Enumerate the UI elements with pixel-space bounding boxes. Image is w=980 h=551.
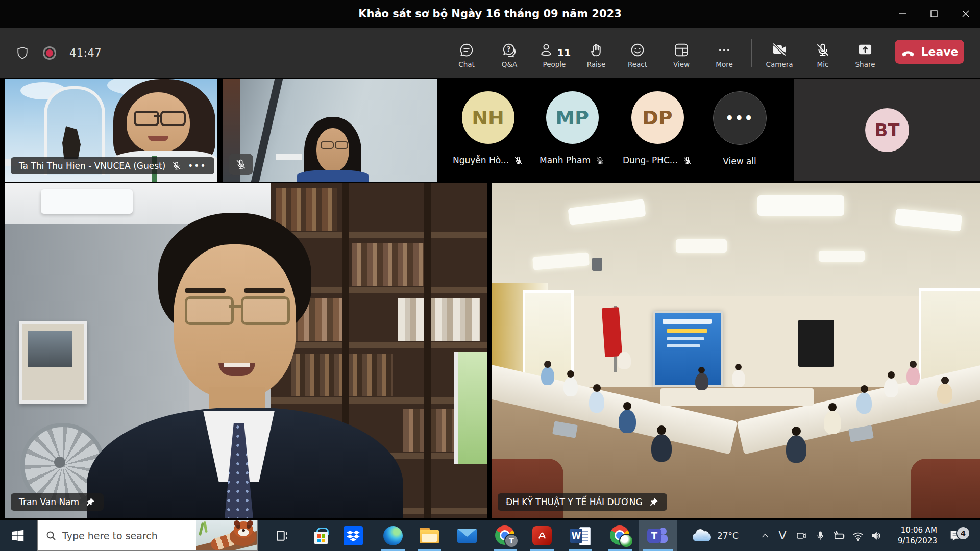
file-explorer-button[interactable] [410,520,448,551]
scene-bamboo-leaf [203,521,208,533]
tile-menu-dots[interactable]: ••• [188,161,206,171]
view-button[interactable]: View [660,32,703,76]
participant-name: Dung- PHC... [623,155,678,165]
dropbox-button[interactable] [334,520,372,551]
person-figure [619,410,636,433]
qa-icon: ? [501,32,518,58]
scene-glasses [185,296,234,325]
view-all-dots-icon: ••• [713,91,767,145]
video-tile-participant-2[interactable] [223,79,437,182]
tray-mic-button[interactable] [812,520,829,551]
acrobat-button[interactable] [523,520,561,551]
scene-red-flag [602,307,623,357]
video-tile-bt[interactable]: BT [794,79,980,181]
taskbar-clock[interactable]: 10:06 AM 9/16/2023 [888,520,937,551]
scene-window-greenery [454,352,487,464]
pinned-name-pill: ĐH KỸ THUẬT Y TẾ HẢI DƯƠNG [498,493,667,511]
search-input[interactable] [57,530,196,542]
windows-logo-icon [10,528,26,543]
raise-hand-icon [588,32,604,58]
scene-glasses-bridge [154,115,161,117]
green-badge [619,534,633,548]
mic-button[interactable]: Mic [801,32,844,76]
view-all-label: View all [723,156,756,166]
start-button[interactable] [0,520,36,551]
video-tile-ta-thi-thu-hien[interactable]: Ta Thi Thu Hien - VNUCEA (Guest) ••• [5,79,217,182]
video-tile-tran-van-nam[interactable]: Tran Van Nam [5,183,487,518]
mic-off-icon [235,158,247,170]
tray-wifi-button[interactable] [848,520,868,551]
word-line [582,537,588,538]
scene-eyebrow [244,288,285,293]
teams-button-active[interactable]: T [639,520,677,551]
scene-screen-text [667,329,707,333]
participant-avatar-dp[interactable]: DP Dung- PHC... [614,91,701,165]
people-button[interactable]: 11 People [531,32,578,76]
task-view-button[interactable] [263,520,301,551]
maximize-icon [928,8,940,19]
word-button[interactable]: W [561,520,599,551]
scene-artwork [28,331,72,367]
store-bag [314,532,328,544]
profile-badge: T [504,534,519,548]
tray-volume-button[interactable] [867,520,886,551]
acrobat-icon [532,526,552,545]
close-button[interactable] [950,0,980,28]
chrome-secondary-button[interactable] [601,520,639,551]
notification-icon: 4 [948,527,965,544]
mail-button[interactable] [448,520,486,551]
person-figure [937,383,952,404]
chrome-icon [610,525,630,546]
edge-button[interactable] [374,520,412,551]
weather-widget[interactable]: 27°C [687,520,743,551]
chat-button[interactable]: Chat [445,32,488,76]
raise-hand-button[interactable]: Raise [575,32,618,76]
word-line [582,534,588,535]
share-button[interactable]: Share [844,32,887,76]
react-smiley-icon [629,32,646,58]
minimize-button[interactable] [887,0,918,28]
leave-button[interactable]: Leave [895,40,964,64]
folder-paper [422,534,437,542]
avatar: MP [546,91,599,144]
participant-avatar-mp[interactable]: MP Manh Pham [529,91,616,165]
weather-temp: 27°C [717,531,739,541]
mail-flap [457,529,477,537]
tray-v-app-button[interactable]: V [774,520,791,551]
chrome-teams-profile-button[interactable]: T [486,520,524,551]
participant-label: Manh Pham [540,155,605,165]
scene-air-conditioner [41,189,133,214]
window-title: Khảo sát sơ bộ Ngày 16 tháng 09 năm 2023 [0,0,980,28]
tray-battery-button[interactable] [829,520,849,551]
scene-ceiling-light [819,251,865,262]
person-head [888,371,895,379]
scene-tv-screen [798,320,834,367]
scene-panda-eye-patch [236,525,240,529]
scene-picture-frame [19,321,87,404]
video-tile-conference-room[interactable]: ĐH KỸ THUẬT Y TẾ HẢI DƯƠNG [492,183,980,518]
scene-screen-text [667,344,700,347]
meeting-timer: 41:47 [69,47,102,59]
scene-glasses [321,141,334,149]
view-all-button[interactable]: ••• View all [696,91,783,166]
scene-panda-eye-patch [247,525,251,529]
scene-ceiling-light [676,239,727,253]
hangup-phone-icon [900,44,916,60]
react-button[interactable]: React [616,32,659,76]
participant-label: Dung- PHC... [623,155,692,165]
notification-center-button[interactable]: 4 [942,520,971,551]
person-head [861,385,868,393]
participant-avatar-nh[interactable]: NH Nguyễn Hò... [445,91,531,165]
camera-button[interactable]: Camera [758,32,801,76]
qa-button[interactable]: ? Q&A [488,32,531,76]
scene-glasses [134,111,159,126]
tray-camera-button[interactable] [792,520,811,551]
taskbar-search[interactable] [37,520,258,551]
more-button[interactable]: More [703,32,746,76]
view-label: View [673,60,690,68]
maximize-button[interactable] [918,0,950,28]
tray-chevron-button[interactable] [756,520,774,551]
scene-bust-statue [618,352,631,369]
participant-name: Tran Van Nam [19,497,79,507]
more-label: More [716,60,732,68]
